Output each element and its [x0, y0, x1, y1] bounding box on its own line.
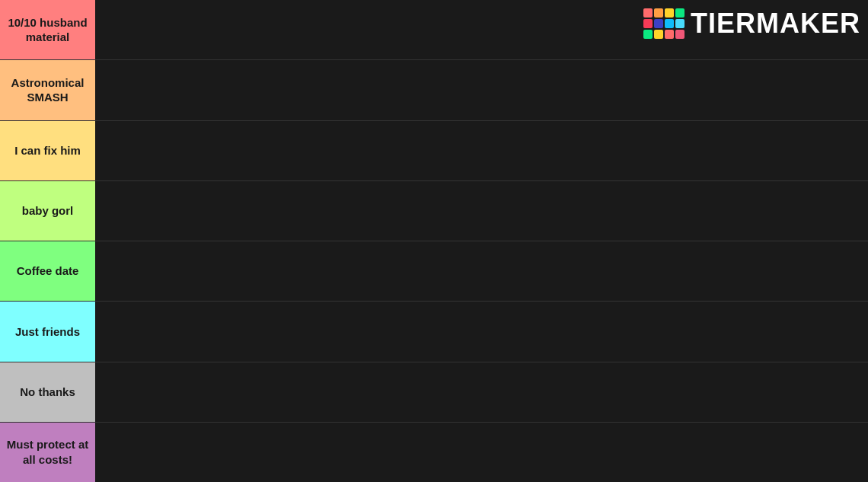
- tier-content-3[interactable]: [95, 121, 868, 180]
- tier-row-8: Must protect at all costs!: [0, 423, 868, 482]
- logo-cell: [665, 30, 674, 39]
- tier-label-2: Astronomical SMASH: [0, 60, 95, 120]
- tier-content-4[interactable]: [95, 181, 868, 241]
- tier-content-8[interactable]: [95, 423, 868, 482]
- logo-cell: [675, 8, 685, 18]
- tier-content-2[interactable]: [95, 60, 868, 120]
- logo-cell: [665, 19, 674, 28]
- logo-cell: [675, 30, 685, 39]
- tier-row-7: No thanks: [0, 362, 868, 423]
- tier-list: TiERMAKER 10/10 husband material Astrono…: [0, 0, 868, 482]
- logo-cell: [643, 19, 653, 28]
- logo-cell: [643, 8, 653, 18]
- tier-label-4: baby gorl: [0, 181, 95, 241]
- tier-label-7: No thanks: [0, 362, 95, 422]
- logo-cell: [654, 30, 663, 39]
- logo-cell: [643, 30, 653, 39]
- tier-label-1: 10/10 husband material: [0, 0, 95, 59]
- tier-label-3: I can fix him: [0, 121, 95, 180]
- tier-label-8: Must protect at all costs!: [0, 423, 95, 482]
- logo-text: TiERMAKER: [691, 8, 860, 40]
- tier-row-5: Coffee date: [0, 241, 868, 302]
- logo-cell: [665, 8, 674, 18]
- tier-content-6[interactable]: [95, 302, 868, 361]
- logo-header: TiERMAKER: [643, 8, 860, 40]
- tier-label-5: Coffee date: [0, 241, 95, 301]
- logo-icon: [643, 8, 685, 39]
- tier-row-3: I can fix him: [0, 121, 868, 181]
- tier-row-4: baby gorl: [0, 181, 868, 241]
- tier-row-2: Astronomical SMASH: [0, 60, 868, 120]
- tier-row-6: Just friends: [0, 302, 868, 362]
- tier-label-6: Just friends: [0, 302, 95, 361]
- logo-cell: [675, 19, 685, 28]
- logo-cell: [654, 19, 663, 28]
- tier-content-5[interactable]: [95, 241, 868, 301]
- tier-content-7[interactable]: [95, 362, 868, 422]
- logo-cell: [654, 8, 663, 18]
